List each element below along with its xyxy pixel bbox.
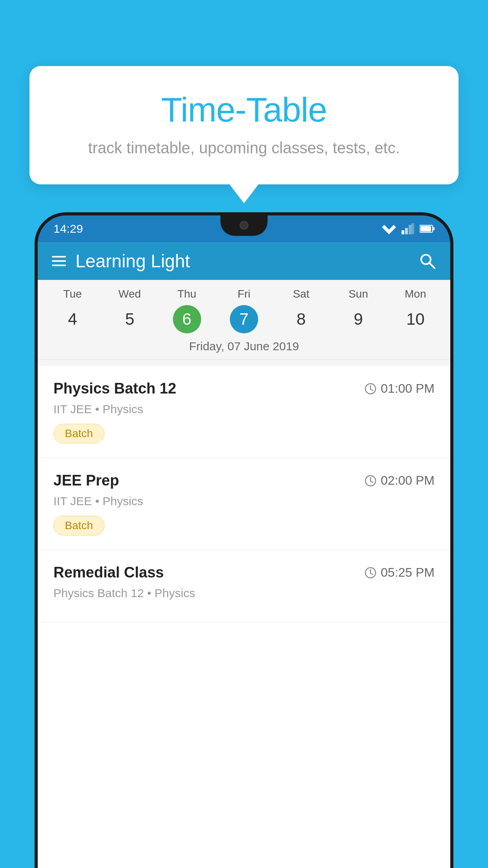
schedule-item[interactable]: JEE Prep 02:00 PM IIT JEE • Physics Batc… (38, 458, 450, 550)
status-bar: 14:29 (38, 215, 450, 242)
svg-rect-4 (411, 223, 414, 234)
search-icon[interactable] (419, 252, 436, 270)
svg-rect-3 (409, 225, 411, 234)
clock-icon (364, 474, 377, 487)
day-cell[interactable]: Tue4 (48, 288, 98, 333)
day-number[interactable]: 9 (344, 305, 372, 333)
day-number[interactable]: 6 (173, 305, 201, 333)
svg-marker-0 (382, 225, 396, 234)
schedule-item[interactable]: Remedial Class 05:25 PM Physics Batch 12… (38, 550, 450, 622)
app-bar: Learning Light (38, 242, 450, 280)
day-cell[interactable]: Sun9 (333, 288, 383, 333)
schedule-title: Remedial Class (53, 564, 164, 581)
schedule-subtitle: IIT JEE • Physics (53, 495, 435, 508)
day-name: Fri (238, 288, 251, 300)
phone-inner: 14:29 (38, 215, 450, 868)
signal-icon (402, 223, 414, 234)
calendar-divider (38, 359, 450, 360)
day-cell[interactable]: Sat8 (276, 288, 326, 333)
status-time: 14:29 (53, 222, 83, 235)
tooltip-card: Time-Table track timetable, upcoming cla… (29, 66, 459, 184)
schedule-list: Physics Batch 12 01:00 PM IIT JEE • Phys… (38, 366, 450, 622)
svg-rect-2 (405, 228, 408, 234)
camera-dot (240, 221, 248, 230)
day-name: Tue (63, 288, 82, 300)
battery-icon (420, 224, 435, 233)
svg-line-15 (371, 481, 373, 482)
svg-rect-7 (433, 227, 435, 230)
day-name: Sat (293, 288, 309, 300)
tooltip-title: Time-Table (61, 90, 427, 130)
day-number[interactable]: 5 (116, 305, 144, 333)
day-cell[interactable]: Fri7 (219, 288, 269, 333)
menu-icon[interactable] (52, 256, 66, 266)
selected-date-label: Friday, 07 June 2019 (38, 340, 450, 359)
day-name: Sun (349, 288, 368, 300)
day-name: Wed (119, 288, 141, 300)
day-cell[interactable]: Mon10 (390, 288, 440, 333)
schedule-title: JEE Prep (53, 472, 119, 489)
schedule-subtitle: Physics Batch 12 • Physics (53, 587, 435, 600)
schedule-time: 05:25 PM (364, 565, 435, 580)
day-name: Thu (177, 288, 196, 300)
svg-rect-1 (402, 230, 404, 234)
batch-tag: Batch (53, 424, 105, 443)
schedule-subtitle: IIT JEE • Physics (53, 403, 435, 416)
day-row: Tue4Wed5Thu6Fri7Sat8Sun9Mon10 (38, 288, 450, 333)
schedule-item[interactable]: Physics Batch 12 01:00 PM IIT JEE • Phys… (38, 366, 450, 458)
screen-content: Tue4Wed5Thu6Fri7Sat8Sun9Mon10 Friday, 07… (38, 280, 450, 868)
schedule-item-header: Remedial Class 05:25 PM (53, 564, 435, 581)
day-number[interactable]: 4 (59, 305, 87, 333)
svg-line-18 (371, 573, 373, 574)
day-number[interactable]: 7 (230, 305, 258, 333)
schedule-time: 01:00 PM (364, 381, 435, 396)
status-icons (382, 223, 435, 234)
clock-icon (364, 566, 377, 579)
wifi-icon (382, 223, 396, 234)
tooltip-subtitle: track timetable, upcoming classes, tests… (61, 139, 427, 157)
clock-icon (364, 383, 377, 395)
batch-tag: Batch (53, 516, 105, 535)
schedule-time: 02:00 PM (364, 473, 435, 488)
svg-line-9 (429, 263, 435, 268)
svg-line-12 (371, 389, 373, 390)
schedule-item-header: Physics Batch 12 01:00 PM (53, 380, 435, 397)
day-number[interactable]: 10 (401, 305, 429, 333)
app-title: Learning Light (75, 250, 419, 272)
day-name: Mon (405, 288, 426, 300)
notch (220, 215, 268, 236)
day-cell[interactable]: Wed5 (105, 288, 155, 333)
day-number[interactable]: 8 (287, 305, 315, 333)
phone-frame: 14:29 (35, 212, 453, 868)
day-cell[interactable]: Thu6 (162, 288, 212, 333)
svg-rect-6 (420, 226, 431, 232)
schedule-title: Physics Batch 12 (53, 380, 176, 397)
schedule-item-header: JEE Prep 02:00 PM (53, 472, 435, 489)
calendar-strip: Tue4Wed5Thu6Fri7Sat8Sun9Mon10 Friday, 07… (38, 280, 450, 366)
